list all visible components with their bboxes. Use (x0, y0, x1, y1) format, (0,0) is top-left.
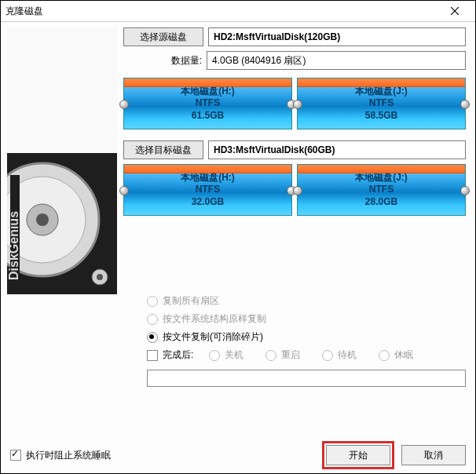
prevent-sleep-label: 执行时阻止系统睡眠 (26, 449, 111, 462)
source-partition-1[interactable]: 本地磁盘(J:) NTFS 58.5GB (297, 78, 466, 129)
prevent-sleep-checkbox[interactable]: 执行时阻止系统睡眠 (10, 449, 111, 462)
cancel-button[interactable]: 取消 (401, 445, 466, 465)
opt-label: 待机 (338, 348, 357, 362)
partition-strip (298, 165, 465, 173)
opt-label: 重启 (281, 348, 300, 362)
partition-strip (124, 165, 291, 173)
source-disk-field: HD2:MsftVirtualDisk(120GB) (208, 27, 466, 46)
partition-strip (298, 78, 465, 87)
partition-size: 28.0GB (365, 196, 397, 209)
svg-point-11 (97, 274, 103, 280)
after-done-label: 完成后: (163, 348, 193, 362)
after-done-options: 关机 重启 待机 休眠 (209, 348, 413, 362)
data-amount-label: 数据量: (123, 54, 207, 67)
main-panel: 选择源磁盘 HD2:MsftVirtualDisk(120GB) 数据量: 4.… (123, 27, 466, 227)
radio-copy-all-sectors[interactable]: 复制所有扇区 (147, 294, 466, 308)
data-amount-value: 4.0GB (8404916 扇区) (207, 51, 466, 70)
data-amount-row: 数据量: 4.0GB (8404916 扇区) (123, 51, 466, 70)
select-target-button[interactable]: 选择目标磁盘 (123, 140, 203, 159)
target-partition-0[interactable]: 本地磁盘(H:) NTFS 32.0GB (123, 164, 292, 216)
radio-copy-fs-structure[interactable]: 按文件系统结构原样复制 (147, 312, 466, 326)
radio-icon (322, 350, 333, 361)
radio-icon (147, 314, 158, 325)
dialog-body: DiskGenius 选择源磁盘 HD2:MsftVirtualDisk(120… (1, 21, 475, 473)
source-partitions: 本地磁盘(H:) NTFS 61.5GB 本地磁盘(J:) NTFS 58.5G… (123, 78, 466, 129)
source-row: 选择源磁盘 HD2:MsftVirtualDisk(120GB) (123, 27, 466, 46)
resize-handle-left[interactable] (293, 100, 302, 109)
progress-bar (147, 370, 466, 387)
opt-hibernate[interactable]: 休眠 (379, 348, 413, 362)
partition-fs: NTFS (369, 97, 394, 110)
radio-icon (265, 350, 276, 361)
svg-point-7 (36, 213, 49, 226)
resize-handle-left[interactable] (119, 186, 129, 195)
radio-copy-by-file[interactable]: 按文件复制(可消除碎片) (147, 330, 466, 344)
window-title: 克隆磁盘 (5, 5, 439, 18)
partition-size: 32.0GB (192, 196, 224, 209)
checkbox-icon (10, 450, 21, 461)
resize-handle-left[interactable] (293, 186, 302, 195)
partition-fs: NTFS (196, 97, 220, 110)
opt-standby[interactable]: 待机 (322, 348, 357, 362)
opt-restart[interactable]: 重启 (265, 348, 300, 362)
radio-icon (209, 350, 220, 361)
target-partition-1[interactable]: 本地磁盘(J:) NTFS 28.0GB (297, 164, 466, 216)
dialog-window: 克隆磁盘 DiskGenius 选择源磁盘 HD2:MsftVi (0, 0, 476, 474)
start-button[interactable]: 开始 (326, 445, 390, 465)
resize-handle-left[interactable] (119, 100, 129, 109)
partition-strip (124, 78, 291, 87)
radio-icon (147, 296, 158, 307)
disk-art-icon: DiskGenius (7, 27, 117, 294)
radio-icon (379, 350, 390, 361)
options-panel: 复制所有扇区 按文件系统结构原样复制 按文件复制(可消除碎片) 完成后: 关机 … (147, 294, 466, 387)
select-source-button[interactable]: 选择源磁盘 (123, 27, 203, 46)
resize-handle-right[interactable] (460, 186, 470, 195)
target-partitions: 本地磁盘(H:) NTFS 32.0GB 本地磁盘(J:) NTFS 28.0G… (123, 164, 466, 216)
radio-icon (147, 332, 158, 343)
partition-fs: NTFS (196, 184, 220, 196)
target-disk-field: HD3:MsftVirtualDisk(60GB) (208, 140, 466, 159)
titlebar: 克隆磁盘 (1, 1, 475, 22)
opt-shutdown[interactable]: 关机 (209, 348, 243, 362)
footer: 执行时阻止系统睡眠 开始 取消 (1, 445, 475, 465)
radio-label: 按文件系统结构原样复制 (163, 312, 266, 326)
after-done-checkbox[interactable] (147, 350, 158, 361)
opt-label: 休眠 (394, 348, 413, 362)
partition-size: 58.5GB (365, 110, 397, 122)
resize-handle-right[interactable] (460, 100, 470, 109)
opt-label: 关机 (225, 348, 243, 362)
target-row: 选择目标磁盘 HD3:MsftVirtualDisk(60GB) (123, 140, 466, 159)
close-icon (451, 7, 459, 15)
radio-label: 复制所有扇区 (163, 294, 219, 308)
after-done-row: 完成后: 关机 重启 待机 休眠 (147, 348, 466, 362)
radio-label: 按文件复制(可消除碎片) (163, 330, 263, 344)
partition-fs: NTFS (369, 184, 394, 196)
source-partition-0[interactable]: 本地磁盘(H:) NTFS 61.5GB (123, 78, 292, 129)
close-button[interactable] (439, 1, 471, 21)
partition-size: 61.5GB (192, 110, 224, 122)
svg-text:DiskGenius: DiskGenius (7, 211, 20, 280)
sidebar-illustration: DiskGenius (7, 27, 117, 294)
